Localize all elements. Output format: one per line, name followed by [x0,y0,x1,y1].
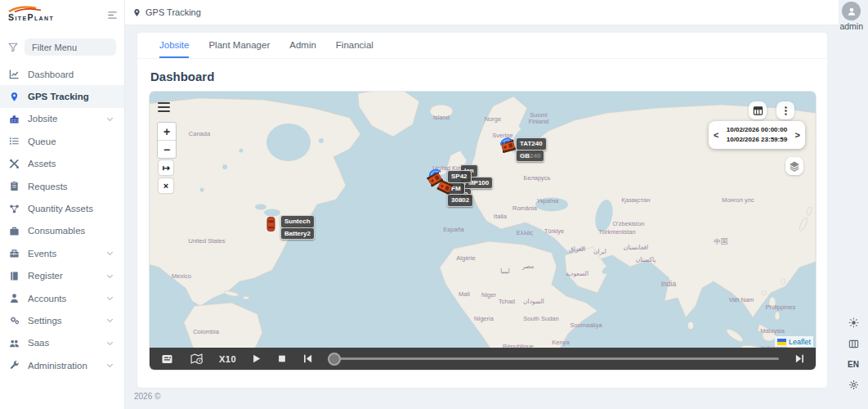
measure-button[interactable]: ↦ [159,160,173,175]
stop-button[interactable] [277,353,287,364]
timeline-track[interactable] [329,357,779,360]
skip-end-icon [794,353,805,364]
map-country-label: Mexico [172,272,191,280]
tab-jobsite[interactable]: Jobsite [159,33,189,58]
map-country-label: Norge [485,115,501,123]
sidebar-item-assets[interactable]: Assets [0,153,124,175]
columns-icon [848,339,859,349]
skip-end-button[interactable] [794,353,805,364]
sidebar-item-settings[interactable]: Settings [0,309,124,331]
username: admin [839,21,863,31]
building-icon [9,114,20,124]
map-country-label: Canada [189,130,210,137]
right-rail: EN [843,317,864,390]
date-end: 10/02/2026 23:59:59 [727,136,787,143]
timeline-handle[interactable] [328,353,341,366]
sidebar-item-register[interactable]: Register [0,265,124,287]
brand-logo[interactable]: SitePlant [8,5,54,22]
settings-button[interactable] [848,380,859,390]
map-country-label: Қазақстан [622,196,651,204]
map-country-label: Colombia [193,328,219,335]
sidebar: SitePlant Filter Menu DashboardGPS Track… [0,0,124,409]
sidebar-item-consumables[interactable]: Consumables [0,220,124,242]
table-icon [753,106,763,116]
chevron-down-icon [105,360,115,371]
sidebar-item-quantity-assets[interactable]: Quantity Assets [0,197,124,219]
sidebar-item-requests[interactable]: Requests [0,175,124,197]
sidebar-item-label: Assets [28,159,56,169]
sidebar-item-label: Queue [28,137,56,146]
sidebar-item-jobsite[interactable]: Jobsite [0,108,124,130]
user-menu[interactable]: admin [839,2,863,31]
sidebar-collapse-icon[interactable] [107,9,118,24]
playback-speed-button[interactable]: X10 [219,354,236,364]
table-view-button[interactable] [749,101,767,119]
sidebar-item-dashboard[interactable]: Dashboard [0,63,124,85]
map-country-label: Kenya [552,339,569,346]
sidebar-item-queue[interactable]: Queue [0,130,124,152]
zoom-in-button[interactable]: + [158,123,176,141]
people-icon [9,338,20,348]
theme-toggle-button[interactable] [848,317,859,328]
map-country-label: ليبيا [500,267,509,275]
date-range-values: 10/02/2026 00:00:00 10/02/2026 23:59:59 [721,125,792,146]
skip-start-button[interactable] [302,353,313,364]
sidebar-item-label: Events [28,249,56,258]
layers-button[interactable] [785,157,803,175]
map-country-label: România [512,204,537,212]
tab-plant-manager[interactable]: Plant Manager [208,33,270,58]
sidebar-item-label: Quantity Assets [28,204,93,213]
map-country-label: Ελλάς [517,229,533,236]
date-range-picker[interactable]: < 10/02/2026 00:00:00 10/02/2026 23:59:5… [709,121,805,149]
date-next-button[interactable]: > [793,130,803,140]
zoom-out-button[interactable]: − [158,141,176,158]
toolbox-icon [9,248,20,258]
clear-button[interactable]: × [159,178,173,193]
sidebar-item-label: Jobsite [28,114,57,124]
app-root: SitePlant Filter Menu DashboardGPS Track… [0,0,868,409]
language-selector[interactable]: EN [848,360,859,369]
play-icon [252,353,262,364]
sidebar-item-gps-tracking[interactable]: GPS Tracking [0,85,124,107]
map-more-button[interactable] [776,101,794,119]
map-country-label: India [661,280,676,288]
sun-icon [848,317,859,328]
avatar[interactable] [842,2,861,20]
leaflet-link[interactable]: Leaflet [789,338,811,346]
tools-icon [9,159,20,169]
map-country-label: Mali [459,290,470,298]
sidebar-item-events[interactable]: Events [0,242,124,264]
date-prev-button[interactable]: < [711,130,721,140]
sidebar-item-label: Saas [28,338,49,348]
route-history-button[interactable] [190,353,204,365]
brand-name: SitePlant [8,12,54,22]
chevron-down-icon [105,293,115,303]
play-button[interactable] [252,353,262,364]
map-country-label: Україна [537,197,558,204]
sidebar-item-accounts[interactable]: Accounts [0,287,124,309]
chevron-down-icon [105,248,115,258]
sidebar-item-label: GPS Tracking [28,92,89,101]
sidebar-item-label: Consumables [28,226,85,236]
tab-financial[interactable]: Financial [336,33,374,58]
copyright: 2026 © [134,392,868,401]
map[interactable]: CanadaUnited StatesMexicoColombiaIslandN… [150,92,816,370]
date-start: 10/02/2026 00:00:00 [727,126,787,133]
sidebar-item-saas[interactable]: Saas [0,332,124,354]
timeline-slider[interactable] [329,348,779,370]
topbar: GPS Tracking [124,0,839,25]
layers-icon [789,160,800,172]
tab-admin[interactable]: Admin [289,33,316,58]
filter-menu-input[interactable]: Filter Menu [25,38,116,56]
sidebar-item-administration[interactable]: Administration [0,354,124,376]
nodes-icon [9,204,20,214]
layout-columns-button[interactable] [848,339,859,349]
breadcrumb[interactable]: GPS Tracking [132,7,201,17]
map-menu-icon[interactable] [158,102,170,115]
marker-tooltip-row: Suntech [280,215,315,228]
map-country-label: Malaysia [760,327,785,335]
legend-toggle-button[interactable] [160,353,174,365]
playback-bar: X10 [150,348,816,370]
briefcase-icon [9,226,20,236]
marker-tooltip-row: GB240 [516,150,544,163]
